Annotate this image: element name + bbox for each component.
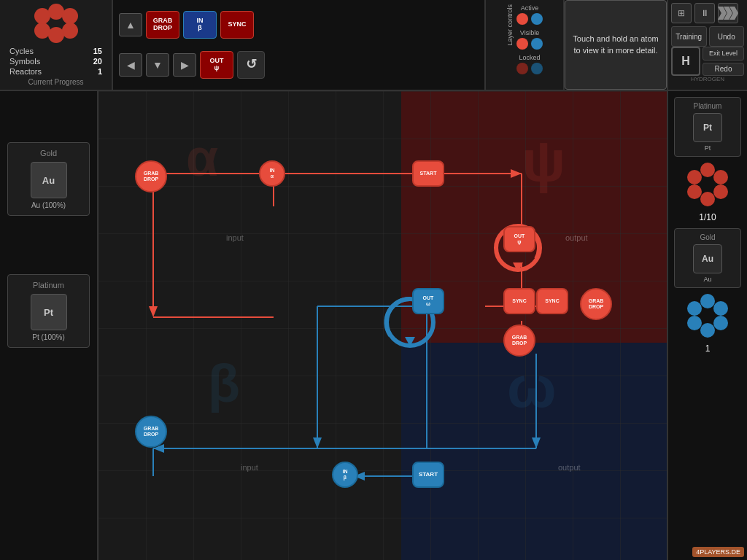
- tooltip-text: Touch and hold an atom to view it in mor…: [571, 34, 660, 56]
- out-psi-node[interactable]: OUTψ: [503, 226, 535, 252]
- bot-ctrl-row: ◀ ▼ ▶ OUTψ ↺: [119, 51, 479, 79]
- active-dots: [516, 13, 543, 25]
- main-area: Gold Au Au (100%) Platinum Pt Pt (100%): [0, 91, 747, 560]
- grab-drop-node-1[interactable]: GRABDROP: [135, 160, 167, 192]
- gold-title: Gold: [14, 149, 83, 158]
- platinum-title: Platinum: [14, 281, 83, 289]
- grab-drop-button[interactable]: GRABDROP: [146, 11, 179, 39]
- start-node-2[interactable]: START: [412, 462, 444, 488]
- output-count: 1/10: [699, 212, 716, 222]
- reactors-row: Reactors 1: [4, 66, 108, 77]
- svg-point-36: [700, 192, 715, 206]
- svg-point-40: [713, 301, 728, 316]
- petal-bot: [48, 27, 64, 43]
- svg-point-41: [713, 316, 728, 330]
- active-label: Active: [516, 4, 543, 12]
- in-beta-node[interactable]: INβ: [332, 462, 358, 488]
- gold-label: Au (100%): [14, 201, 83, 209]
- beta-greek: β: [208, 354, 240, 413]
- right-gold-title: Gold: [679, 233, 736, 241]
- platinum-atom: Pt: [31, 294, 67, 330]
- right-platinum-atom: Pt: [693, 113, 722, 142]
- grab-drop-node-3[interactable]: GRABDROP: [503, 324, 535, 357]
- symbols-row: Symbols 20: [4, 56, 108, 66]
- right-gold-symbol: Au: [702, 254, 713, 264]
- visible-label: Visible: [516, 29, 543, 36]
- top-right-icons: ⊞ ⏸: [668, 0, 747, 26]
- visible-blue-dot[interactable]: [531, 38, 543, 50]
- forward-icon[interactable]: [718, 3, 738, 23]
- exit-redo-row: H Exit Level Redo: [668, 47, 747, 76]
- training-button[interactable]: Training: [671, 26, 707, 47]
- beta-sub-label: input: [241, 463, 258, 472]
- out-psi-button[interactable]: OUTψ: [200, 51, 233, 79]
- svg-point-44: [687, 301, 702, 316]
- exit-level-button[interactable]: Exit Level: [703, 47, 744, 61]
- petal-br: [62, 23, 78, 39]
- pause-icon[interactable]: ⏸: [694, 3, 715, 23]
- element-display: H: [671, 47, 700, 76]
- locked-label: Locked: [516, 54, 543, 61]
- training-undo-row: Training Undo: [668, 26, 747, 47]
- stats-panel: Cycles 15 Symbols 20 Reactors 1 Current …: [0, 0, 113, 90]
- grab-drop-node-2[interactable]: GRABDROP: [580, 288, 612, 320]
- svg-point-39: [700, 294, 715, 308]
- up-arrow-button[interactable]: ▲: [119, 13, 142, 36]
- top-ctrl-row: ▲ GRABDROP INβ SYNC: [119, 11, 479, 39]
- active-red-dot[interactable]: [516, 13, 528, 25]
- gold-symbol: Au: [42, 175, 55, 186]
- cycles-label: Cycles: [9, 47, 34, 55]
- out-omega-node[interactable]: OUTω: [412, 288, 444, 314]
- blue-output-count: 1: [705, 343, 711, 354]
- exit-redo-buttons: Exit Level Redo: [703, 47, 744, 76]
- element-symbol: H: [681, 55, 690, 68]
- reactor-icon: [34, 4, 78, 43]
- svg-point-37: [687, 184, 702, 199]
- in-beta-button[interactable]: INβ: [183, 11, 217, 39]
- cycles-value: 15: [93, 47, 102, 55]
- sync-node-1[interactable]: SYNC: [503, 288, 535, 314]
- layer-controls-panel: Layer controls Active Visible Locked: [484, 0, 565, 90]
- sync-node-2[interactable]: SYNC: [536, 288, 568, 314]
- visible-dots: [516, 38, 543, 50]
- active-blue-dot[interactable]: [531, 13, 543, 25]
- right-platinum-title: Platinum: [679, 102, 736, 110]
- platinum-label: Pt (100%): [14, 333, 83, 341]
- svg-point-42: [700, 323, 715, 338]
- left-sidebar: Gold Au Au (100%) Platinum Pt Pt (100%): [0, 91, 98, 560]
- grab-drop-node-4[interactable]: GRABDROP: [135, 416, 167, 448]
- svg-marker-3: [149, 306, 158, 317]
- symbols-value: 20: [93, 57, 102, 66]
- locked-blue-dot[interactable]: [531, 63, 543, 74]
- progress-label: Current Progress: [28, 78, 83, 86]
- right-gold-atom: Au: [693, 244, 722, 273]
- undo-button[interactable]: Undo: [709, 26, 745, 47]
- down-arrow-button[interactable]: ▼: [146, 53, 169, 77]
- right-panel: ⊞ ⏸ Training Undo H Exit Level Redo: [667, 0, 747, 90]
- rotate-button[interactable]: ↺: [237, 51, 265, 79]
- locked-dots: [516, 63, 543, 74]
- locked-red-dot[interactable]: [516, 63, 528, 74]
- in-alpha-node[interactable]: INα: [259, 160, 285, 187]
- petal-tr: [62, 8, 78, 24]
- watermark: 4PLAYERS.DE: [692, 547, 744, 557]
- alpha-greek: α: [186, 128, 218, 187]
- visible-red-dot[interactable]: [516, 38, 528, 50]
- right-arrow-button[interactable]: ▶: [173, 53, 196, 77]
- start-node-1[interactable]: START: [412, 160, 444, 187]
- right-gold-label: Au: [679, 276, 736, 283]
- right-side: Platinum Pt Pt 1/10 Gold Au Au: [667, 91, 747, 560]
- red-output-flower: [686, 163, 729, 206]
- sync-button[interactable]: SYNC: [220, 11, 254, 39]
- left-arrow-button[interactable]: ◀: [119, 53, 142, 77]
- redo-button[interactable]: Redo: [703, 63, 744, 77]
- grid-icon[interactable]: ⊞: [671, 3, 692, 23]
- platinum-symbol: Pt: [44, 307, 53, 318]
- reactors-label: Reactors: [9, 67, 42, 76]
- cycles-row: Cycles 15: [4, 46, 108, 56]
- right-platinum-label: Pt: [679, 144, 736, 152]
- grid-container[interactable]: α input ψ output β input ω output GRABDR…: [98, 91, 667, 560]
- tooltip-panel: Touch and hold an atom to view it in mor…: [565, 0, 667, 90]
- layer-controls-title: Layer controls: [506, 4, 514, 49]
- blue-zone: [401, 343, 667, 560]
